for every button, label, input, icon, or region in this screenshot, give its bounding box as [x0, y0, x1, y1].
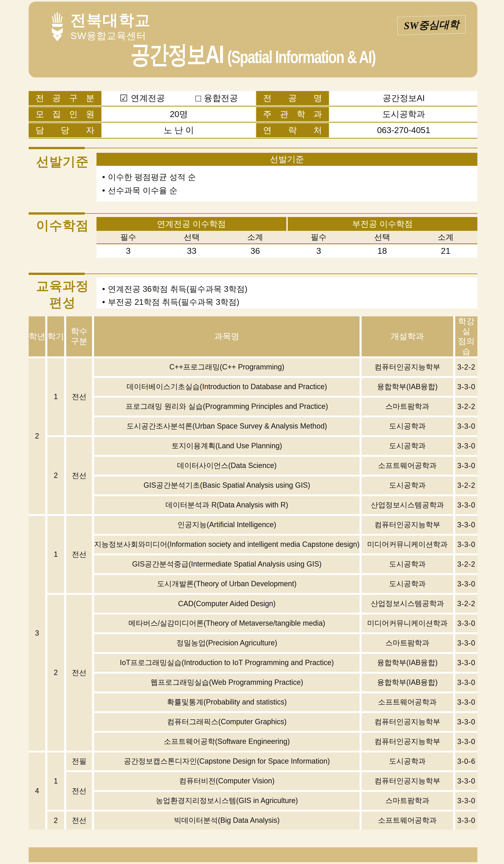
course-row: 데이터분석과 R(Data Analysis with R)산업정보시스템공학과…: [29, 496, 477, 514]
year-cell: 3: [29, 516, 45, 751]
info-row-divider: [29, 137, 477, 139]
semester-cell: 1: [47, 358, 64, 435]
curriculum-section-title-line1: 교육과정: [29, 278, 96, 294]
major-name-label: 전 공 명: [256, 91, 329, 105]
department-cell: 스마트팜학과: [362, 792, 453, 810]
semester-cell: 1: [47, 753, 64, 810]
info-row-divider: [29, 105, 477, 107]
course-row: IoT프로그래밍실습(Introduction to IoT Programmi…: [29, 654, 477, 672]
course-name-cell: GIS공간분석기초(Basic Spatial Analysis using G…: [94, 477, 360, 494]
section-divider-line: [85, 213, 477, 214]
selection-item: • 이수한 평점평균 성적 순: [102, 170, 472, 184]
course-row: 도시개발론(Theory of Urban Development)도시공학과3…: [29, 575, 477, 593]
course-row: 데이터사이언스(Data Science)소프트웨어공학과3-3-0: [29, 457, 477, 475]
semester-cell: 2: [47, 595, 64, 751]
department-cell: 컴퓨터인공지능학부: [362, 772, 453, 790]
credits-section-title: 이수학점: [29, 217, 96, 234]
category-cell: 전필: [66, 753, 92, 770]
course-name-cell: IoT프로그래밍실습(Introduction to IoT Programmi…: [94, 654, 360, 672]
credits-cell: 3-2-2: [455, 477, 477, 494]
credits-cell: 3-2-2: [455, 358, 477, 376]
course-name-cell: 컴퓨터그래픽스(Computer Graphics): [94, 713, 360, 731]
semester-cell: 1: [47, 516, 64, 593]
credits-cell: 3-3-0: [455, 575, 477, 593]
department-cell: 도시공학과: [362, 575, 453, 593]
section-divider-bar: [29, 147, 85, 149]
credits-subheader: 선택: [350, 231, 414, 243]
convergence-major-option: □ 융합전공: [195, 93, 238, 104]
course-name-cell: 데이터사이언스(Data Science): [94, 457, 360, 475]
semester-cell: 2: [47, 437, 64, 514]
department-cell: 미디어커뮤니케이션학과: [362, 536, 453, 553]
course-row: 소프트웨어공학(Software Engineering)컴퓨터인공지능학부3-…: [29, 733, 477, 751]
section-divider: [29, 147, 477, 149]
course-name-cell: 데이터분석과 R(Data Analysis with R): [94, 496, 360, 514]
department-cell: 소프트웨어공학과: [362, 457, 453, 475]
info-row-divider: [29, 121, 477, 123]
linked-major-credits-header: 연계전공 이수학점: [96, 217, 286, 231]
credits-cell: 3-3-0: [455, 674, 477, 692]
selection-item: • 선수과목 이수율 순: [102, 184, 472, 197]
course-table-header-row: 학년 학기 학수 구분 과목명 개설학과 학강실 점의습: [29, 316, 477, 357]
selection-item-text: 이수한 평점평균 성적 순: [108, 170, 196, 184]
section-divider: [29, 273, 477, 275]
managing-department-value: 도시공학과: [330, 107, 477, 121]
selection-table-header: 선발기준: [96, 153, 477, 166]
credits-cell: 3-3-0: [455, 733, 477, 751]
managing-department-label: 주 관 학 과: [256, 107, 329, 121]
course-row: 프로그래밍 원리와 실습(Programming Principles and …: [29, 398, 477, 416]
course-row: 도시공간조사분석론(Urban Space Survey & Analysis …: [29, 417, 477, 435]
course-name-cell: 공간정보캡스톤디자인(Capstone Design for Space Inf…: [94, 753, 360, 770]
credits-value: 21: [414, 244, 477, 257]
section-divider-bar: [29, 273, 85, 275]
selection-section-title: 선발기준: [29, 153, 96, 170]
credits-cell: 3-3-0: [455, 457, 477, 475]
credits-cell: 3-3-0: [455, 496, 477, 514]
category-column-header: 학수 구분: [66, 316, 92, 357]
program-title-korean: 공간정보AI: [131, 40, 224, 68]
university-emblem-icon: [49, 11, 65, 42]
credits-subheader: 필수: [287, 231, 350, 243]
credits-cell: 3-3-0: [455, 634, 477, 652]
department-cell: 도시공학과: [362, 417, 453, 435]
selection-item-text: 선수과목 이수율 순: [108, 184, 177, 197]
category-cell: 전선: [66, 437, 92, 514]
course-name-cell: 컴퓨터비전(Computer Vision): [94, 772, 360, 790]
department-cell: 소프트웨어공학과: [362, 812, 453, 829]
credits-subheader: 필수: [96, 231, 160, 243]
curriculum-note: • 부전공 21학점 취득(필수과목 3학점): [102, 296, 472, 309]
course-row: 2전선CAD(Computer Aided Design)산업정보시스템공학과3…: [29, 595, 477, 613]
course-name-cell: 빅데이터분석(Big Data Analysis): [94, 812, 360, 829]
curriculum-note-text: 부전공 21학점 취득(필수과목 3학점): [108, 296, 239, 309]
course-name-cell: 데이터베이스기초실습(Introduction to Database and …: [94, 378, 360, 396]
section-divider: [29, 212, 477, 215]
credits-cell: 3-3-0: [455, 812, 477, 829]
minor-credits-header: 부전공 이수학점: [288, 217, 478, 231]
program-title: 공간정보AI(Spatial Information & AI): [29, 44, 477, 72]
course-row: 전선컴퓨터비전(Computer Vision)컴퓨터인공지능학부3-3-0: [29, 772, 477, 790]
header-banner: 전북대학교 SW융합교육센터 SW중심대학 공간정보AI(Spatial Inf…: [29, 2, 477, 77]
department-cell: 도시공학과: [362, 753, 453, 770]
info-row-major-type: 전 공 구 분 ☑ 연계전공 □ 융합전공 전 공 명 공간정보AI: [29, 91, 477, 105]
semester-column-header: 학기: [47, 316, 64, 357]
department-cell: 융합학부(IAB융합): [362, 654, 453, 672]
course-row: 데이터베이스기초실습(Introduction to Database and …: [29, 378, 477, 396]
course-name-cell: 도시개발론(Theory of Urban Development): [94, 575, 360, 593]
course-name-cell: GIS공간분석중급(Intermediate Spatial Analysis …: [94, 555, 360, 573]
category-cell: 전선: [66, 812, 92, 829]
credits-cell: 3-2-2: [455, 555, 477, 573]
unchecked-checkbox-icon: □: [195, 93, 201, 104]
course-row: 2전선빅데이터분석(Big Data Analysis)소프트웨어공학과3-3-…: [29, 812, 477, 829]
course-row: GIS공간분석중급(Intermediate Spatial Analysis …: [29, 555, 477, 573]
credits-cell: 3-2-2: [455, 398, 477, 416]
department-cell: 스마트팜학과: [362, 634, 453, 652]
major-type-label: 전 공 구 분: [29, 91, 101, 105]
department-cell: 융합학부(IAB융합): [362, 378, 453, 396]
credits-table-value-row: 3 33 36 3 18 21: [96, 244, 477, 257]
course-name-cell: 메타버스/실감미디어론(Theory of Metaverse/tangible…: [94, 614, 360, 632]
manager-value: 노 난 이: [103, 123, 255, 137]
department-column-header: 개설학과: [362, 316, 453, 357]
credits-cell: 3-3-0: [455, 654, 477, 672]
section-divider-bar: [29, 212, 85, 215]
course-row: 21전선C++프로그래밍(C++ Programming)컴퓨터인공지능학부3-…: [29, 358, 477, 376]
